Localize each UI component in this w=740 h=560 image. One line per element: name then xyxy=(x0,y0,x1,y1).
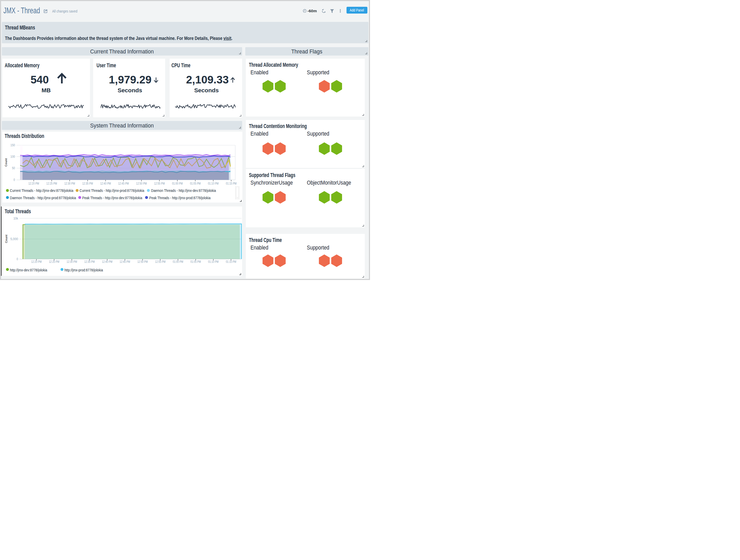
svg-text:12:25 PM: 12:25 PM xyxy=(49,260,59,263)
svg-text:01:15 PM: 01:15 PM xyxy=(226,260,236,263)
svg-text:12:30 PM: 12:30 PM xyxy=(67,260,77,263)
svg-text:12:50 PM: 12:50 PM xyxy=(137,260,148,263)
svg-text:12:40 PM: 12:40 PM xyxy=(102,260,112,263)
svg-text:5,000: 5,000 xyxy=(10,237,18,241)
svg-text:01:10 PM: 01:10 PM xyxy=(208,260,219,263)
svg-text:01:00 PM: 01:00 PM xyxy=(173,260,183,263)
svg-text:12:35 PM: 12:35 PM xyxy=(84,260,95,263)
svg-text:0: 0 xyxy=(17,257,18,261)
svg-text:01:05 PM: 01:05 PM xyxy=(190,260,201,263)
svg-text:10k: 10k xyxy=(13,217,18,220)
svg-text:Count: Count xyxy=(5,235,8,243)
svg-text:12:45 PM: 12:45 PM xyxy=(120,260,130,263)
svg-text:12:20 PM: 12:20 PM xyxy=(31,260,42,263)
svg-text:12:55 PM: 12:55 PM xyxy=(155,260,166,263)
